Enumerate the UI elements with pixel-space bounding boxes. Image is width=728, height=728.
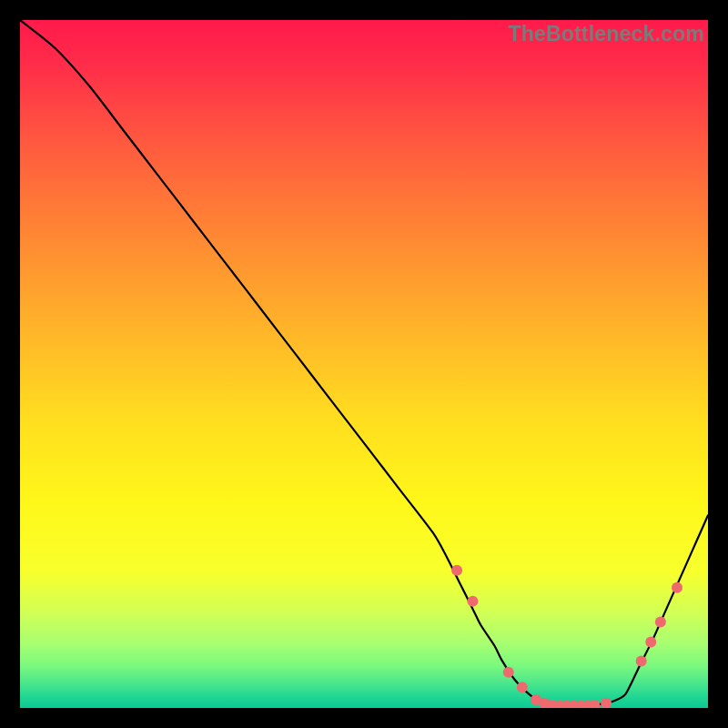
- marker-dot: [636, 656, 647, 667]
- marker-dot: [467, 596, 478, 607]
- chart-svg: [20, 20, 708, 708]
- marker-dot: [451, 565, 462, 576]
- chart-background: [20, 20, 708, 708]
- marker-dot: [672, 582, 682, 593]
- marker-dot: [517, 682, 528, 693]
- marker-dot: [503, 667, 514, 678]
- marker-dot: [655, 617, 666, 628]
- marker-dot: [645, 636, 656, 647]
- chart-frame: TheBottleneck.com: [20, 20, 708, 708]
